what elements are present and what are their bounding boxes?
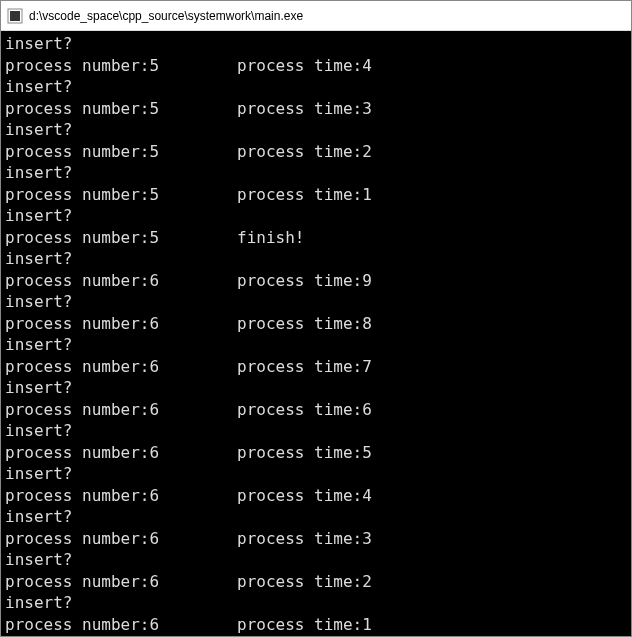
console-line: insert? — [5, 334, 627, 356]
process-number-cell: process number:5 — [5, 227, 237, 249]
console-line: insert? — [5, 463, 627, 485]
console-line: process number:6process time:1 — [5, 614, 627, 636]
console-line: insert? — [5, 162, 627, 184]
process-time-cell: process time:4 — [237, 55, 372, 77]
console-line: process number:6process time:4 — [5, 485, 627, 507]
process-time-cell: process time:1 — [237, 614, 372, 636]
process-number-cell: process number:6 — [5, 270, 237, 292]
process-time-cell: process time:8 — [237, 313, 372, 335]
console-line: process number:6process time:3 — [5, 528, 627, 550]
console-line: process number:5finish! — [5, 227, 627, 249]
console-line: insert? — [5, 33, 627, 55]
console-line: process number:5process time:1 — [5, 184, 627, 206]
console-line: process number:6process time:2 — [5, 571, 627, 593]
process-number-cell: process number:5 — [5, 55, 237, 77]
process-time-cell: process time:9 — [237, 270, 372, 292]
window-title: d:\vscode_space\cpp_source\systemwork\ma… — [29, 9, 303, 23]
process-number-cell: process number:6 — [5, 485, 237, 507]
console-line: insert? — [5, 291, 627, 313]
console-line: process number:6process time:5 — [5, 442, 627, 464]
process-number-cell: process number:5 — [5, 98, 237, 120]
console-line: insert? — [5, 420, 627, 442]
svg-rect-1 — [10, 11, 20, 21]
process-finish-cell: finish! — [237, 227, 304, 249]
process-number-cell: process number:6 — [5, 356, 237, 378]
console-line: insert? — [5, 592, 627, 614]
process-time-cell: process time:4 — [237, 485, 372, 507]
process-time-cell: process time:2 — [237, 141, 372, 163]
console-line: process number:5process time:4 — [5, 55, 627, 77]
process-number-cell: process number:6 — [5, 614, 237, 636]
process-time-cell: process time:6 — [237, 399, 372, 421]
process-number-cell: process number:6 — [5, 528, 237, 550]
console-line: insert? — [5, 248, 627, 270]
process-number-cell: process number:6 — [5, 399, 237, 421]
console-line: insert? — [5, 205, 627, 227]
process-number-cell: process number:5 — [5, 141, 237, 163]
console-line: insert? — [5, 506, 627, 528]
console-line: insert? — [5, 377, 627, 399]
process-time-cell: process time:3 — [237, 528, 372, 550]
console-line: The process is complete! — [5, 635, 627, 636]
app-icon — [7, 8, 23, 24]
process-time-cell: process time:1 — [237, 184, 372, 206]
console-line: process number:6process time:6 — [5, 399, 627, 421]
process-time-cell: process time:7 — [237, 356, 372, 378]
console-line: process number:6process time:8 — [5, 313, 627, 335]
console-line: insert? — [5, 549, 627, 571]
console-line: insert? — [5, 119, 627, 141]
process-time-cell: process time:5 — [237, 442, 372, 464]
app-window: d:\vscode_space\cpp_source\systemwork\ma… — [0, 0, 632, 637]
console-line: process number:5process time:3 — [5, 98, 627, 120]
process-number-cell: process number:5 — [5, 184, 237, 206]
console-line: insert? — [5, 76, 627, 98]
process-number-cell: process number:6 — [5, 313, 237, 335]
process-time-cell: process time:2 — [237, 571, 372, 593]
console-output[interactable]: insert?process number:5process time:4ins… — [1, 31, 631, 636]
console-line: process number:6process time:9 — [5, 270, 627, 292]
titlebar[interactable]: d:\vscode_space\cpp_source\systemwork\ma… — [1, 1, 631, 31]
console-line: process number:5process time:2 — [5, 141, 627, 163]
process-number-cell: process number:6 — [5, 442, 237, 464]
console-line: process number:6process time:7 — [5, 356, 627, 378]
process-number-cell: process number:6 — [5, 571, 237, 593]
process-time-cell: process time:3 — [237, 98, 372, 120]
